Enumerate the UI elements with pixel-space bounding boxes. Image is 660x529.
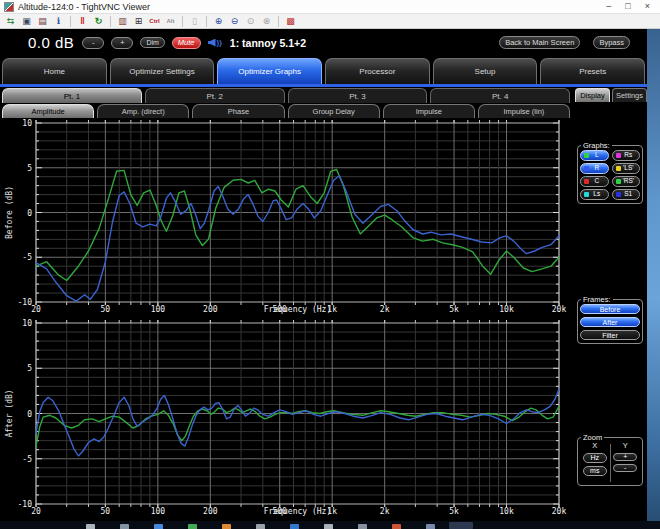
volume-up-button[interactable]: +	[111, 37, 133, 49]
svg-text:-10: -10	[18, 500, 33, 509]
svg-text:-5: -5	[22, 253, 32, 262]
svg-text:10: 10	[22, 319, 32, 328]
tab-home[interactable]: Home	[2, 58, 107, 84]
zoom-ms-button[interactable]: ms	[583, 466, 607, 476]
channel-button-Ls[interactable]: Ls	[580, 189, 609, 200]
zoom-in-icon[interactable]: ⊕	[212, 15, 225, 28]
minimize-icon[interactable]: –	[606, 0, 611, 13]
taskbar-icon[interactable]	[86, 524, 95, 529]
after-amplitude-chart: 1050-5-1020501002005001k2k5k10k20kFreque…	[0, 318, 575, 520]
taskbar-icon[interactable]	[188, 524, 197, 529]
taskbar-icon[interactable]	[392, 524, 401, 529]
maximize-icon[interactable]: □	[625, 0, 630, 13]
tab-display[interactable]: Display	[575, 88, 610, 102]
windows-taskbar[interactable]	[0, 521, 660, 529]
taskbar-icon[interactable]	[290, 524, 299, 529]
pause-icon[interactable]: ‖	[76, 15, 89, 28]
ctrl-key-button[interactable]: Ctrl	[148, 18, 161, 24]
taskbar-icon[interactable]	[358, 524, 367, 529]
svg-text:Before (dB): Before (dB)	[5, 186, 14, 239]
remote-screen: 0.0 dB - + Dim Mute )) 1: tannoy 5.1+2 B…	[0, 29, 647, 521]
before-amplitude-chart: 1050-5-1020501002005001k2k5k10k20kFreque…	[0, 119, 575, 318]
zoom-out-icon[interactable]: ⊖	[228, 15, 241, 28]
dim-button[interactable]: Dim	[140, 37, 164, 48]
tab-amp-direct[interactable]: Amp. (direct)	[97, 104, 189, 118]
svg-text:-5: -5	[22, 455, 32, 464]
frame-before-button[interactable]: Before	[580, 304, 640, 314]
win-key-icon[interactable]: ⊞	[132, 15, 145, 28]
taskbar-icon[interactable]	[256, 524, 265, 529]
point-tab-bar: Pt. 1 Pt. 2 Pt. 3 Pt. 4	[0, 87, 572, 103]
svg-text:10: 10	[22, 119, 32, 128]
channel-button-R[interactable]: R	[580, 163, 609, 174]
full-screen-icon[interactable]: ▩	[284, 15, 297, 28]
channel-button-C[interactable]: C	[580, 176, 609, 187]
display-panel: Display Settings Graphs: L Rs R 'LS' C '…	[575, 87, 647, 521]
speaker-icon: ))	[208, 38, 222, 47]
tab-presets[interactable]: Presets	[540, 58, 645, 84]
svg-text:50: 50	[101, 305, 111, 314]
svg-text:5: 5	[27, 164, 32, 173]
channel-button-S1[interactable]: S1	[612, 189, 641, 200]
alt-key-button[interactable]: Alt	[164, 18, 177, 24]
frame-filter-button[interactable]: Filter	[580, 330, 640, 340]
ctrl-alt-del-icon[interactable]: ▥	[116, 15, 129, 28]
new-connection-icon[interactable]: ⇆	[4, 15, 17, 28]
zoom-y-label: Y	[623, 442, 628, 450]
zoom-hz-button[interactable]: Hz	[583, 453, 607, 463]
save-session-icon[interactable]: ▣	[20, 15, 33, 28]
zoom-group: Zoom X Hz ms Y + -	[577, 437, 643, 486]
refresh-icon[interactable]: ↻	[92, 15, 105, 28]
connection-info-icon[interactable]: ℹ	[52, 15, 65, 28]
preset-name: 1: tannoy 5.1+2	[230, 37, 306, 49]
zoom-y-plus-button[interactable]: +	[613, 453, 637, 461]
taskbar-icon[interactable]	[154, 524, 163, 529]
tab-pt-2[interactable]: Pt. 2	[145, 88, 285, 103]
close-icon[interactable]: ×	[645, 0, 650, 13]
tab-group-delay[interactable]: Group Delay	[288, 104, 380, 118]
tab-optimizer-graphs[interactable]: Optimizer Graphs	[217, 58, 322, 84]
svg-text:5k: 5k	[449, 305, 459, 314]
frame-after-button[interactable]: After	[580, 317, 640, 327]
mute-button[interactable]: Mute	[172, 37, 201, 49]
svg-text:0: 0	[27, 410, 32, 419]
tab-amplitude[interactable]: Amplitude	[2, 104, 94, 118]
tab-optimizer-settings[interactable]: Optimizer Settings	[110, 58, 215, 84]
tab-settings[interactable]: Settings	[612, 88, 647, 102]
taskbar-icon[interactable]	[426, 524, 435, 529]
window-titlebar: Altitude-124:0 - TightVNC Viewer – □ ×	[0, 0, 660, 14]
frames-group: Frames: Before After Filter	[577, 299, 643, 344]
clipboard-icon[interactable]: ▯	[188, 15, 201, 28]
zoom-fit-icon[interactable]: ⊗	[260, 15, 273, 28]
tab-impulse-lin[interactable]: Impulse (lin)	[478, 104, 570, 118]
channel-button-RS[interactable]: 'RS'	[612, 176, 641, 187]
tab-processor[interactable]: Processor	[325, 58, 430, 84]
window-controls: – □ ×	[606, 0, 656, 13]
tab-impulse[interactable]: Impulse	[383, 104, 475, 118]
svg-text:50: 50	[101, 507, 111, 516]
svg-text:20: 20	[31, 305, 41, 314]
connection-options-icon[interactable]: ▤	[36, 15, 49, 28]
zoom-y-minus-button[interactable]: -	[613, 464, 637, 472]
svg-text:20k: 20k	[552, 507, 567, 516]
channel-button-L[interactable]: L	[580, 150, 609, 161]
zoom-100-icon[interactable]: ⊙	[244, 15, 257, 28]
taskbar-icon[interactable]	[222, 524, 231, 529]
bypass-button[interactable]: Bypass	[593, 36, 630, 49]
taskbar-icon[interactable]	[120, 524, 129, 529]
graphs-group: Graphs: L Rs R 'LS' C 'RS' Ls S1	[577, 145, 643, 204]
channel-button-Rs[interactable]: Rs	[612, 150, 641, 161]
toolbar-separator	[278, 16, 279, 27]
taskbar-icon[interactable]	[324, 524, 333, 529]
tab-pt-1[interactable]: Pt. 1	[2, 88, 142, 103]
tab-pt-3[interactable]: Pt. 3	[288, 88, 428, 103]
svg-text:20k: 20k	[552, 305, 567, 314]
tab-setup[interactable]: Setup	[433, 58, 538, 84]
tab-phase[interactable]: Phase	[192, 104, 284, 118]
tab-pt-4[interactable]: Pt. 4	[430, 88, 570, 103]
taskbar-active-app-highlight[interactable]	[449, 522, 473, 529]
volume-down-button[interactable]: -	[82, 37, 104, 49]
svg-text:100: 100	[151, 305, 166, 314]
back-to-main-screen-button[interactable]: Back to Main Screen	[499, 36, 580, 49]
channel-button-LS[interactable]: 'LS'	[612, 163, 641, 174]
